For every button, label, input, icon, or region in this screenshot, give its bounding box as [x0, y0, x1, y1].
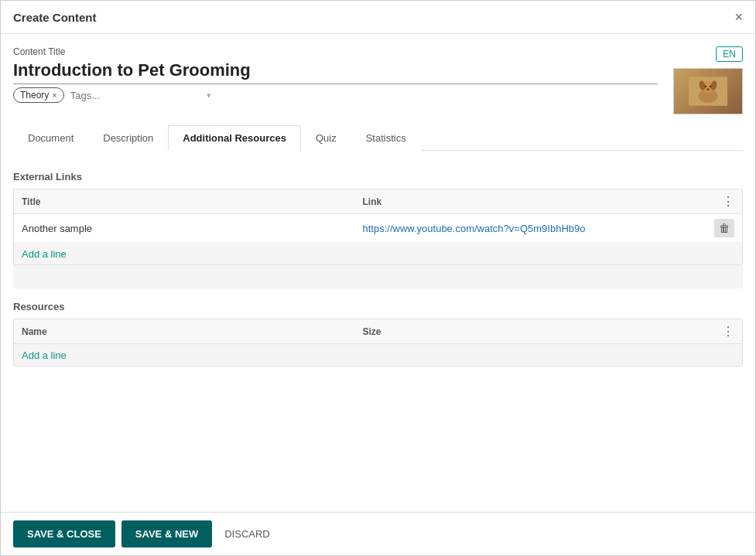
thumbnail[interactable] — [673, 68, 743, 114]
modal-header: Create Content × — [1, 1, 755, 34]
tab-document[interactable]: Document — [13, 125, 88, 151]
resources-add-button[interactable]: Add a line — [22, 350, 67, 361]
tab-additional-resources[interactable]: Additional Resources — [168, 125, 301, 151]
modal-body: Content Title Theory × ▾ EN — [1, 34, 755, 512]
svg-point-7 — [706, 88, 710, 90]
tab-quiz[interactable]: Quiz — [301, 125, 351, 151]
external-links-table-header: Title Link ⋮ — [14, 189, 742, 214]
save-close-button[interactable]: SAVE & CLOSE — [13, 520, 115, 547]
modal-title: Create Content — [13, 11, 97, 24]
resources-section: Resources Name Size ⋮ Add a line — [13, 301, 743, 367]
svg-point-6 — [710, 86, 712, 88]
tags-input[interactable] — [70, 90, 200, 101]
content-title-label: Content Title — [13, 46, 658, 57]
resources-col-actions[interactable]: ⋮ — [703, 324, 734, 339]
discard-button[interactable]: DISCARD — [218, 520, 276, 547]
content-title-right: EN — [673, 46, 743, 114]
resources-table: Name Size ⋮ Add a line — [13, 319, 743, 367]
theory-tag: Theory × — [13, 87, 64, 103]
resources-add-row: Add a line — [14, 344, 742, 366]
language-badge[interactable]: EN — [716, 46, 743, 62]
content-title-left: Content Title Theory × ▾ — [13, 46, 658, 103]
close-button[interactable]: × — [734, 10, 743, 24]
grey-bar — [13, 265, 743, 288]
resources-col-name: Name — [22, 326, 363, 337]
tab-content-additional-resources: External Links Title Link ⋮ Another samp… — [13, 159, 743, 500]
external-links-col-title: Title — [22, 196, 363, 207]
external-link-url[interactable]: https://www.youtube.com/watch?v=Q5m9IbhH… — [363, 223, 704, 234]
tags-dropdown-icon[interactable]: ▾ — [207, 90, 211, 101]
content-title-section: Content Title Theory × ▾ EN — [13, 46, 743, 114]
tags-row: Theory × ▾ — [13, 87, 658, 103]
tab-statistics[interactable]: Statistics — [351, 125, 421, 151]
external-links-col-actions[interactable]: ⋮ — [703, 194, 734, 209]
external-links-table: Title Link ⋮ Another sample https://www.… — [13, 189, 743, 265]
resources-col-size: Size — [363, 326, 704, 337]
modal-footer: SAVE & CLOSE SAVE & NEW DISCARD — [1, 512, 755, 555]
svg-point-5 — [705, 86, 707, 88]
tag-remove-button[interactable]: × — [52, 90, 56, 100]
external-links-add-row: Add a line — [14, 243, 742, 264]
tab-description[interactable]: Description — [88, 125, 168, 151]
save-new-button[interactable]: SAVE & NEW — [121, 520, 212, 547]
external-link-delete-button[interactable]: 🗑 — [714, 219, 734, 237]
external-links-add-button[interactable]: Add a line — [22, 248, 67, 260]
external-link-actions: 🗑 — [703, 219, 734, 237]
resources-table-header: Name Size ⋮ — [14, 319, 742, 344]
tag-label: Theory — [20, 90, 49, 101]
content-title-input[interactable] — [13, 60, 658, 84]
tabs-row: Document Description Additional Resource… — [13, 125, 743, 151]
resources-header: Resources — [13, 301, 743, 312]
external-link-title: Another sample — [22, 223, 363, 234]
create-content-modal: Create Content × Content Title Theory × … — [0, 0, 756, 556]
external-links-row: Another sample https://www.youtube.com/w… — [14, 214, 742, 243]
external-links-header: External Links — [13, 171, 743, 182]
thumbnail-image — [674, 69, 742, 114]
external-links-col-link: Link — [363, 196, 704, 207]
